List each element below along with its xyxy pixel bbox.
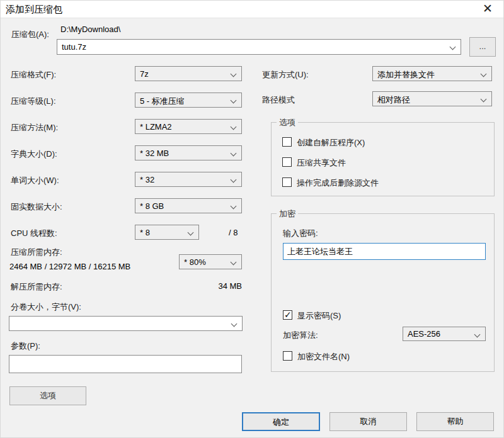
format-dropdown[interactable]: 7z <box>135 66 242 81</box>
encryption-group: 加密 输入密码: 上老王论坛当老王 显示密码(S) 加密算法: AES-256 … <box>271 213 495 372</box>
solid-block-value: * 8 GB <box>140 201 164 211</box>
update-mode-dropdown[interactable]: 添加并替换文件 <box>372 66 492 81</box>
add-to-archive-dialog: 添加到压缩包 ✕ 压缩包(A): D:\MyDownload\ tutu.7z … <box>0 0 504 438</box>
dialog-title: 添加到压缩包 <box>6 4 62 16</box>
memory-percent-dropdown[interactable]: * 80% <box>179 254 242 269</box>
shared-files-checkbox[interactable] <box>282 157 292 167</box>
archive-label: 压缩包(A): <box>11 29 49 40</box>
chevron-down-icon <box>231 150 237 157</box>
solid-block-dropdown[interactable]: * 8 GB <box>135 198 242 213</box>
browse-button-label: ... <box>479 42 486 51</box>
encryption-method-dropdown[interactable]: AES-256 <box>403 327 486 341</box>
level-label: 压缩等级(L): <box>11 96 56 107</box>
delete-after-label: 操作完成后删除源文件 <box>297 177 379 189</box>
method-value: * LZMA2 <box>140 122 172 132</box>
dictionary-label: 字典大小(D): <box>11 149 57 160</box>
cancel-button[interactable]: 取消 <box>329 412 407 431</box>
update-mode-value: 添加并替换文件 <box>377 69 435 81</box>
chevron-down-icon <box>231 71 237 77</box>
title-bar: 添加到压缩包 ✕ <box>1 1 503 18</box>
archive-name-value: tutu.7z <box>62 42 86 52</box>
chevron-down-icon <box>231 98 237 104</box>
memory-percent-value: * 80% <box>184 257 206 267</box>
delete-after-checkbox[interactable] <box>282 177 292 187</box>
chevron-down-icon <box>481 71 487 77</box>
chevron-down-icon <box>474 332 481 338</box>
encrypt-names-checkbox[interactable] <box>283 351 292 361</box>
chevron-down-icon <box>481 96 487 103</box>
ok-button-label: 确定 <box>273 417 289 427</box>
chevron-down-icon <box>231 321 238 327</box>
shared-files-label: 压缩共享文件 <box>297 157 346 169</box>
options-button-label: 选项 <box>40 391 56 400</box>
path-mode-label: 路径模式 <box>262 94 295 106</box>
chevron-down-icon <box>188 230 194 236</box>
level-dropdown[interactable]: 5 - 标准压缩 <box>135 93 242 108</box>
method-label: 压缩方法(M): <box>11 122 58 133</box>
archive-name-combobox[interactable]: tutu.7z <box>57 39 461 55</box>
method-dropdown[interactable]: * LZMA2 <box>135 119 242 134</box>
create-sfx-label: 创建自解压程序(X) <box>297 137 365 149</box>
password-input[interactable]: 上老王论坛当老王 <box>283 243 486 260</box>
word-size-value: * 32 <box>140 175 154 184</box>
show-password-checkbox[interactable] <box>283 310 292 320</box>
path-mode-dropdown[interactable]: 相对路径 <box>372 91 492 106</box>
help-button-label: 帮助 <box>447 417 464 426</box>
encryption-method-value: AES-256 <box>408 329 440 339</box>
password-label: 输入密码: <box>283 228 318 239</box>
browse-button[interactable]: ... <box>469 37 496 57</box>
memory-compress-label: 压缩所需内存: <box>11 247 62 258</box>
options-button[interactable]: 选项 <box>9 386 86 405</box>
chevron-down-icon <box>231 203 237 210</box>
encryption-group-legend: 加密 <box>277 208 298 220</box>
solid-block-label: 固实数据大小: <box>11 201 62 213</box>
update-mode-label: 更新方式(U): <box>262 69 309 81</box>
path-mode-value: 相对路径 <box>377 94 410 106</box>
encrypt-names-label: 加密文件名(N) <box>297 351 350 362</box>
chevron-down-icon <box>231 124 237 130</box>
show-password-label: 显示密码(S) <box>297 310 341 322</box>
ok-button[interactable]: 确定 <box>242 412 320 431</box>
memory-compress-detail: 2464 MB / 12972 MB / 16215 MB <box>9 262 130 271</box>
chevron-down-icon <box>231 259 237 266</box>
cpu-threads-label: CPU 线程数: <box>11 228 57 239</box>
volume-size-label: 分卷大小，字节(V): <box>11 301 81 313</box>
help-button[interactable]: 帮助 <box>416 412 494 431</box>
encryption-method-label: 加密算法: <box>283 330 318 341</box>
memory-decompress-label: 解压所需内存: <box>11 281 62 293</box>
options-group-legend: 选项 <box>277 117 298 128</box>
cpu-threads-dropdown[interactable]: * 8 <box>135 225 199 240</box>
cpu-threads-max: / 8 <box>229 228 238 237</box>
format-value: 7z <box>140 69 149 79</box>
format-label: 压缩格式(F): <box>11 69 56 81</box>
dictionary-dropdown[interactable]: * 32 MB <box>135 145 242 160</box>
parameters-label: 参数(P): <box>11 340 40 352</box>
word-size-dropdown[interactable]: * 32 <box>135 172 242 187</box>
options-group: 选项 创建自解压程序(X) 压缩共享文件 操作完成后删除源文件 <box>271 122 495 196</box>
memory-decompress-value: 34 MB <box>179 281 242 291</box>
archive-directory: D:\MyDownload\ <box>60 25 120 34</box>
create-sfx-checkbox[interactable] <box>282 137 292 147</box>
password-value: 上老王论坛当老王 <box>287 246 353 257</box>
chevron-down-icon <box>231 177 237 183</box>
close-icon[interactable]: ✕ <box>478 1 497 17</box>
volume-size-combobox[interactable] <box>9 316 243 331</box>
parameters-input[interactable] <box>9 355 242 373</box>
dictionary-value: * 32 MB <box>140 149 169 158</box>
word-size-label: 单词大小(W): <box>11 175 59 186</box>
chevron-down-icon[interactable] <box>450 44 456 50</box>
cpu-threads-value: * 8 <box>140 228 150 237</box>
cancel-button-label: 取消 <box>360 417 377 426</box>
level-value: 5 - 标准压缩 <box>140 96 185 107</box>
